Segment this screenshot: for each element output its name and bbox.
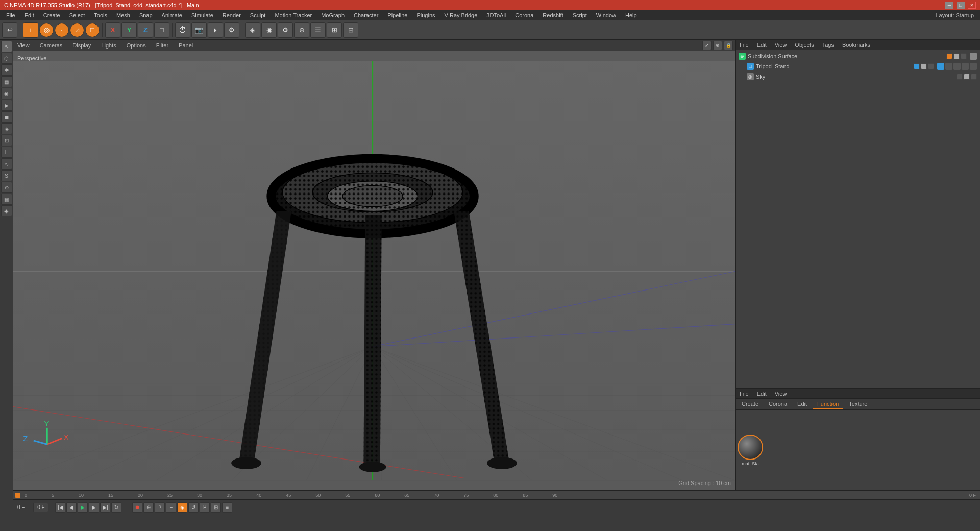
- om-dot-r1[interactable]: [961, 53, 967, 59]
- menu-3dtoall[interactable]: 3DToAll: [482, 11, 510, 19]
- display-mode4[interactable]: ⊕: [294, 22, 309, 38]
- vp-menu-options[interactable]: Options: [125, 41, 148, 50]
- mode-edge-button[interactable]: ⊿: [70, 23, 84, 37]
- vp-menu-filter[interactable]: Filter: [154, 41, 170, 50]
- menu-sculpt[interactable]: Sculpt: [246, 11, 270, 19]
- tl-btn-record[interactable]: ⏺: [132, 502, 142, 513]
- menu-select[interactable]: Select: [65, 11, 89, 19]
- om-menu-edit[interactable]: Edit: [755, 41, 769, 49]
- x-constraint[interactable]: X: [105, 22, 120, 38]
- display-mode1[interactable]: ◈: [245, 22, 260, 38]
- vp-icon-expand[interactable]: ⤢: [702, 41, 712, 50]
- menu-script[interactable]: Script: [569, 11, 591, 19]
- tl-btn-next-frame[interactable]: ▶: [89, 502, 99, 513]
- close-button[interactable]: ✕: [968, 2, 976, 9]
- menu-mograph[interactable]: MoGraph: [317, 11, 349, 19]
- menu-render[interactable]: Render: [218, 11, 245, 19]
- menu-edit[interactable]: Edit: [20, 11, 38, 19]
- tl-btn-auto-key[interactable]: ⊕: [143, 502, 154, 513]
- menu-vray[interactable]: V-Ray Bridge: [440, 11, 482, 19]
- om-item-subdivision[interactable]: ⊕ Subdivision Surface: [737, 51, 979, 61]
- om-dot-v1[interactable]: [953, 53, 960, 59]
- vp-icon-lock[interactable]: 🔒: [724, 41, 733, 50]
- display-mode5[interactable]: ☰: [310, 22, 326, 38]
- menu-create[interactable]: Create: [39, 11, 64, 19]
- lock-button[interactable]: □: [154, 22, 169, 38]
- om-dot-r3[interactable]: [971, 74, 977, 80]
- display-mode2[interactable]: ◉: [261, 22, 277, 38]
- mm-menu-file[interactable]: File: [738, 390, 751, 398]
- tl-btn-rotation[interactable]: ↺: [188, 502, 199, 513]
- menu-motion-tracker[interactable]: Motion Tracker: [271, 11, 316, 19]
- mm-menu-view[interactable]: View: [773, 390, 789, 398]
- z-constraint[interactable]: Z: [138, 22, 153, 38]
- mm-tab-create[interactable]: Create: [738, 400, 763, 409]
- mm-tab-edit[interactable]: Edit: [793, 400, 811, 409]
- om-menu-view[interactable]: View: [773, 41, 789, 49]
- tl-btn-help[interactable]: ?: [155, 502, 165, 513]
- tool-14[interactable]: ▦: [1, 194, 12, 205]
- tool-select[interactable]: ⬡: [1, 53, 12, 64]
- vp-menu-display[interactable]: Display: [70, 41, 93, 50]
- tl-btn-prev-key[interactable]: |◀: [55, 502, 65, 513]
- mode-obj-button[interactable]: ◎: [39, 23, 54, 37]
- tl-btn-loop[interactable]: ↻: [111, 502, 121, 513]
- display-mode3[interactable]: ⚙: [278, 22, 293, 38]
- tl-frame-input[interactable]: [33, 503, 48, 512]
- om-item-tripod[interactable]: □ Tripod_Stand: [737, 61, 979, 71]
- menu-file[interactable]: File: [2, 11, 19, 19]
- maximize-button[interactable]: □: [957, 2, 965, 9]
- menu-character[interactable]: Character: [350, 11, 382, 19]
- display-mode6[interactable]: ⊞: [327, 22, 342, 38]
- menu-snap[interactable]: Snap: [135, 11, 157, 19]
- tl-btn-next-key[interactable]: ▶|: [100, 502, 110, 513]
- tl-btn-p[interactable]: P: [200, 502, 210, 513]
- menu-plugins[interactable]: Plugins: [412, 11, 439, 19]
- om-menu-file[interactable]: File: [738, 41, 751, 49]
- om-menu-tags[interactable]: Tags: [820, 41, 836, 49]
- menu-help[interactable]: Help: [621, 11, 641, 19]
- mode-point-button[interactable]: ·: [55, 23, 69, 37]
- mode-button[interactable]: +: [23, 22, 38, 38]
- om-dot-s2[interactable]: [914, 63, 920, 69]
- tool-8[interactable]: ◈: [1, 123, 12, 134]
- display-mode7[interactable]: ⊟: [343, 22, 358, 38]
- render-active[interactable]: 📷: [191, 22, 207, 38]
- om-menu-objects[interactable]: Objects: [793, 41, 816, 49]
- tool-scale[interactable]: ▦: [1, 76, 12, 87]
- tl-btn-prev-frame[interactable]: ◀: [66, 502, 77, 513]
- om-item-sky[interactable]: ◎ Sky: [737, 71, 979, 82]
- menu-window[interactable]: Window: [592, 11, 620, 19]
- undo-button[interactable]: ↩: [2, 22, 17, 38]
- mm-material-mat-sta[interactable]: mat_Sta: [738, 435, 763, 466]
- tool-rotate[interactable]: ✱: [1, 64, 12, 76]
- mm-tab-texture[interactable]: Texture: [845, 400, 871, 409]
- tl-btn-grid[interactable]: ⊞: [211, 502, 221, 513]
- tool-move[interactable]: ↖: [1, 41, 12, 52]
- vp-icon-center[interactable]: ⊕: [713, 41, 722, 50]
- menu-redshift[interactable]: Redshift: [538, 11, 567, 19]
- tool-6[interactable]: ▶: [1, 100, 12, 111]
- mm-tab-corona[interactable]: Corona: [765, 400, 791, 409]
- render-region[interactable]: ⏱: [175, 22, 190, 38]
- tool-5[interactable]: ◉: [1, 88, 12, 99]
- tool-13[interactable]: ⊙: [1, 182, 12, 193]
- minimize-button[interactable]: ─: [945, 2, 953, 9]
- om-menu-bookmarks[interactable]: Bookmarks: [840, 41, 872, 49]
- y-constraint[interactable]: Y: [121, 22, 137, 38]
- om-dot-v2[interactable]: [921, 63, 927, 69]
- menu-simulate[interactable]: Simulate: [187, 11, 217, 19]
- render-interactive[interactable]: ⏵: [208, 22, 223, 38]
- om-dot-s1[interactable]: [946, 53, 952, 59]
- menu-corona[interactable]: Corona: [511, 11, 537, 19]
- tl-btn-add-key[interactable]: +: [166, 502, 176, 513]
- menu-animate[interactable]: Animate: [158, 11, 186, 19]
- tool-10[interactable]: L: [1, 147, 12, 158]
- mm-menu-edit[interactable]: Edit: [755, 390, 769, 398]
- tl-btn-play[interactable]: ▶: [78, 502, 88, 513]
- om-dot-s3[interactable]: [957, 74, 963, 80]
- mode-poly-button[interactable]: □: [85, 23, 100, 37]
- tl-btn-key-orange[interactable]: ◈: [177, 502, 187, 513]
- tl-btn-extra[interactable]: ≡: [222, 502, 232, 513]
- mm-tab-function[interactable]: Function: [813, 400, 843, 409]
